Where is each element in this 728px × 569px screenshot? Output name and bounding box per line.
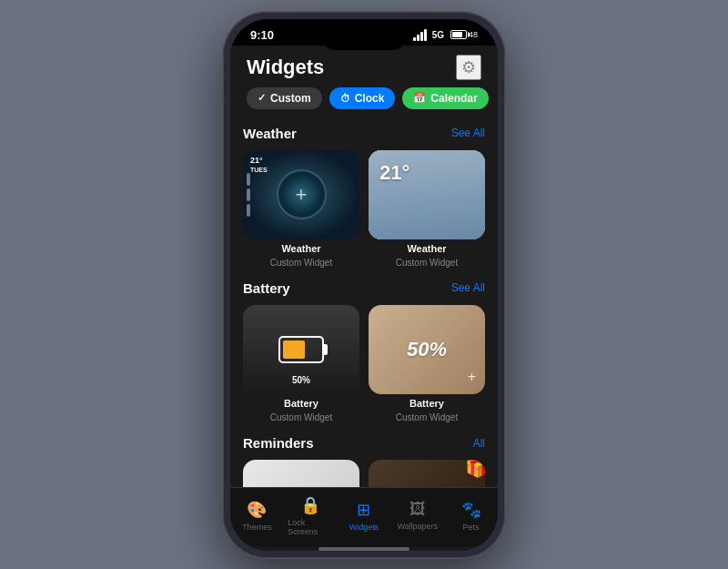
battery-status-icon: 48 [450,30,478,39]
nav-wallpapers[interactable]: 🖼 Wallpapers [395,500,440,531]
gift-icon: 🎁 [465,460,485,479]
tab-clock-label: Clock [355,92,385,105]
weather-temp-1: 21° TUES [250,156,268,174]
nav-lock-screens-label: Lock Screens [288,518,333,536]
nav-wallpapers-label: Wallpapers [397,522,438,531]
settings-button[interactable]: ⚙ [456,55,481,80]
wallpapers-icon: 🖼 [410,500,426,519]
battery-sub-1: Custom Widget [270,412,332,422]
calendar-icon: 📅 [413,92,426,104]
weather-widget-2[interactable]: 21° Weather Custom Widget [369,150,485,268]
battery-label-1: Battery [284,398,318,409]
tab-calendar-label: Calendar [430,92,477,105]
nav-widgets[interactable]: ⊞ Widgets [341,500,387,532]
weather-label-1: Weather [281,243,320,254]
battery-plus-icon: + [468,369,476,385]
nav-lock-screens[interactable]: 🔒 Lock Screens [288,495,333,536]
tab-custom[interactable]: ✓ Custom [247,87,322,109]
weather-widget-grid: + 21° TUES [243,150,485,268]
weather-sub-2: Custom Widget [396,258,458,268]
nav-themes[interactable]: 🎨 Themes [234,500,279,532]
reminder-thumb-2: to do 🎁 [369,460,485,486]
battery-percent-w1: 50% [292,375,310,385]
clock-icon: ⏱ [340,93,350,104]
widgets-icon: ⊞ [357,500,370,520]
weather-widget-1[interactable]: + 21° TUES [243,150,359,268]
page-title: Widgets [247,56,324,79]
plus-icon: + [296,185,308,205]
battery-thumb-1: 50% [243,305,359,394]
lock-screens-icon: 🔒 [300,495,320,515]
battery-section-header: Battery See All [243,280,485,296]
battery-thumb-2: 50% + [369,305,485,394]
weather-thumb-1: + 21° TUES [243,150,359,239]
filter-tabs: ✓ Custom ⏱ Clock 📅 Calendar [230,87,498,118]
screen-content: Widgets ⚙ ✓ Custom ⏱ Clock 📅 Calendar [230,46,498,551]
tab-clock[interactable]: ⏱ Clock [329,87,396,109]
weather-see-all[interactable]: See All [451,127,485,139]
phone-screen: 9:10 5G 48 [230,19,498,551]
bottom-nav: 🎨 Themes 🔒 Lock Screens ⊞ Widgets 🖼 Wall… [230,487,498,547]
reminder-thumb-1 [243,460,359,486]
reminder-widget-1[interactable] [243,460,359,486]
pets-icon: 🐾 [461,500,481,520]
nav-pets[interactable]: 🐾 Pets [449,500,494,532]
weather-circle: + [277,169,327,219]
battery-see-all[interactable]: See All [451,281,485,294]
battery-widget-2[interactable]: 50% + Battery Custom Widget [369,305,485,422]
home-indicator [318,547,410,551]
signal-bars-icon [413,29,427,41]
checkmark-icon: ✓ [258,92,266,104]
battery-label-2: Battery [410,398,444,409]
weather-section-header: Weather See All [243,126,485,141]
battery-widget-grid: 50% Battery Custom Widget 50% + [243,305,485,422]
reminders-section-title: Reminders [243,435,314,451]
tab-custom-label: Custom [270,92,311,105]
weather-section-title: Weather [243,126,297,141]
status-time: 9:10 [250,28,274,42]
dynamic-island [323,26,405,50]
nav-themes-label: Themes [242,523,272,532]
battery-widget-1[interactable]: 50% Battery Custom Widget [243,305,359,422]
nav-widgets-label: Widgets [349,523,379,532]
status-icons: 5G 48 [413,29,478,41]
weather-thumb-2: 21° [369,150,485,239]
battery-sub-2: Custom Widget [396,412,458,422]
header: Widgets ⚙ [230,46,498,87]
battery-section-title: Battery [243,280,290,296]
reminder-widget-2[interactable]: to do 🎁 [369,460,485,486]
scroll-area[interactable]: Weather See All + 21° [230,118,498,487]
network-label: 5G [432,30,444,40]
battery-percent-w2: 50% [407,338,447,361]
reminders-section-header: Reminders All [243,435,485,451]
themes-icon: 🎨 [247,500,267,520]
tab-calendar[interactable]: 📅 Calendar [402,87,488,109]
reminders-see-all[interactable]: All [473,437,485,450]
nav-pets-label: Pets [463,523,480,532]
weather-side-panel [247,173,250,217]
reminders-widget-grid: to do 🎁 [243,460,485,486]
phone-frame: 9:10 5G 48 [223,12,505,558]
battery-icon-large [278,336,324,363]
weather-label-2: Weather [407,243,446,254]
weather-temp-2: 21° [379,161,410,185]
weather-sub-1: Custom Widget [270,258,332,268]
battery-percent: 48 [469,30,478,39]
